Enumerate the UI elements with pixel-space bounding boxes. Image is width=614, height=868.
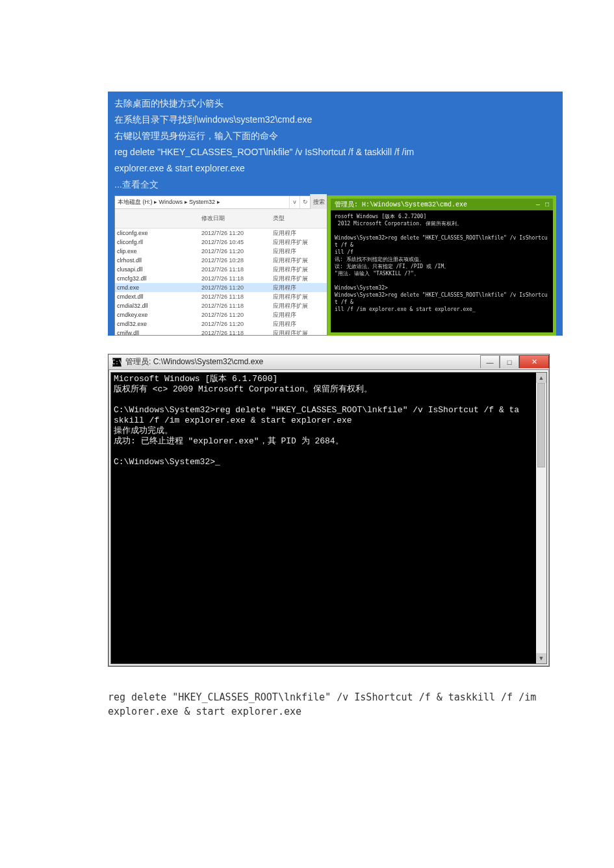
file-date: 2012/7/26 11:18 [201, 292, 273, 301]
explorer-path: 本地磁盘 (H:) ▸ Windows ▸ System32 ▸ [115, 194, 289, 210]
file-type: 应用程序 [273, 283, 325, 292]
cmd-output: Microsoft Windows [版本 6.1.7600] 版权所有 <c>… [111, 373, 536, 663]
file-name: clrhost.dll [117, 256, 201, 265]
cmd-minimize-button[interactable]: — [480, 355, 500, 368]
file-date: 2012/7/26 11:18 [201, 265, 273, 274]
file-name: cliconfg.exe [117, 229, 201, 238]
file-type: 应用程序扩展 [273, 256, 325, 265]
mini-cmd-output: rosoft Windows [版本 6.2.7200] 2012 Micros… [331, 210, 553, 316]
file-date: 2012/7/26 11:20 [201, 310, 273, 319]
scroll-track[interactable] [536, 383, 546, 653]
file-date: 2012/7/26 11:18 [201, 301, 273, 310]
file-row[interactable]: cmdkey.exe2012/7/26 11:20应用程序 [115, 310, 327, 319]
instruction-line: 右键以管理员身份运行，输入下面的命令 [114, 128, 556, 144]
file-name: cmdkey.exe [117, 310, 201, 319]
column-date-header[interactable]: 修改日期 [201, 210, 273, 227]
file-date: 2012/7/26 10:28 [201, 256, 273, 265]
cmd-title: 管理员: C:\Windows\System32\cmd.exe [125, 356, 263, 367]
read-more-link[interactable]: ...查看全文 [114, 177, 556, 193]
file-type: 应用程序扩展 [273, 265, 325, 274]
file-type: 应用程序扩展 [273, 274, 325, 283]
file-type: 应用程序扩展 [273, 329, 325, 335]
file-date: 2012/7/26 11:18 [201, 274, 273, 283]
file-name: cliconfg.rll [117, 238, 201, 247]
file-row[interactable]: cmd.exe2012/7/26 11:20应用程序 [115, 283, 327, 292]
file-name: cmdext.dll [117, 292, 201, 301]
file-row[interactable]: cmifw.dll2012/7/26 11:18应用程序扩展 [115, 329, 327, 335]
file-explorer: 本地磁盘 (H:) ▸ Windows ▸ System32 ▸ v ↻ 搜索 … [114, 195, 327, 336]
file-type: 应用程序扩展 [273, 301, 325, 310]
file-name: clip.exe [117, 247, 201, 256]
explorer-address-bar[interactable]: 本地磁盘 (H:) ▸ Windows ▸ System32 ▸ v ↻ 搜索 [115, 196, 327, 209]
file-row[interactable]: clrhost.dll2012/7/26 10:28应用程序扩展 [115, 256, 327, 265]
bottom-command-text: reg delete "HKEY_CLASSES_ROOT\lnkfile" /… [108, 690, 550, 719]
document-page: 去除桌面的快捷方式小箭头 在系统目录下寻找到\windows\system32\… [0, 0, 614, 868]
file-name: cmd.exe [117, 283, 201, 292]
cmd-scrollbar[interactable]: ▲ ▼ [536, 373, 546, 663]
cmd-icon: C:\ [112, 358, 122, 367]
scroll-up-button[interactable]: ▲ [536, 373, 546, 383]
scroll-thumb[interactable] [537, 383, 545, 467]
cmd-close-button[interactable]: ✕ [519, 355, 549, 368]
embedded-screenshot-row: 本地磁盘 (H:) ▸ Windows ▸ System32 ▸ v ↻ 搜索 … [114, 195, 556, 336]
file-name: cmcfg32.dll [117, 274, 201, 283]
file-type: 应用程序扩展 [273, 292, 325, 301]
cmd-maximize-button[interactable]: □ [500, 355, 519, 368]
instruction-panel: 去除桌面的快捷方式小箭头 在系统目录下寻找到\windows\system32\… [108, 92, 563, 336]
cmd-inner: Microsoft Windows [版本 6.1.7600] 版权所有 <c>… [110, 372, 547, 664]
scroll-down-button[interactable]: ▼ [536, 653, 546, 663]
bottom-line1: reg delete "HKEY_CLASSES_ROOT\lnkfile" /… [108, 690, 550, 704]
instruction-line: 在系统目录下寻找到\windows\system32\cmd.exe [114, 112, 556, 128]
column-type-header[interactable]: 类型 [273, 210, 325, 227]
explorer-search-button[interactable]: 搜索 [310, 194, 327, 210]
explorer-rows: cliconfg.exe2012/7/26 11:20应用程序cliconfg.… [115, 229, 327, 335]
file-date: 2012/7/26 11:20 [201, 229, 273, 238]
file-row[interactable]: cliconfg.rll2012/7/26 10:45应用程序扩展 [115, 238, 327, 247]
file-date: 2012/7/26 11:20 [201, 319, 273, 329]
file-type: 应用程序 [273, 310, 325, 319]
file-name: clusapi.dll [117, 265, 201, 274]
file-row[interactable]: clip.exe2012/7/26 11:20应用程序 [115, 247, 327, 256]
mini-cmd-window: 管理员: H:\Windows\System32\cmd.exe — □ ros… [327, 195, 556, 336]
file-type: 应用程序 [273, 319, 325, 329]
file-type: 应用程序扩展 [273, 238, 325, 247]
explorer-refresh[interactable]: ↻ [300, 196, 310, 208]
column-name-header[interactable] [117, 210, 201, 227]
file-name: cmdial32.dll [117, 301, 201, 310]
file-row[interactable]: clusapi.dll2012/7/26 11:18应用程序扩展 [115, 265, 327, 274]
instruction-command-b: explorer.exe & start explorer.exe [114, 160, 556, 177]
instruction-command-a: reg delete "HKEY_CLASSES_ROOT\lnkfile" /… [114, 144, 556, 160]
file-name: cmifw.dll [117, 329, 201, 335]
file-row[interactable]: cliconfg.exe2012/7/26 11:20应用程序 [115, 229, 327, 238]
mini-cmd-titlebar[interactable]: 管理员: H:\Windows\System32\cmd.exe — □ [331, 199, 553, 210]
instruction-heading: 去除桌面的快捷方式小箭头 [114, 95, 556, 112]
file-date: 2012/7/26 11:20 [201, 247, 273, 256]
explorer-column-headers[interactable]: 修改日期 类型 [115, 209, 327, 229]
file-date: 2012/7/26 11:18 [201, 329, 273, 335]
explorer-dropdown[interactable]: v [289, 196, 300, 208]
file-row[interactable]: cmcfg32.dll2012/7/26 11:18应用程序扩展 [115, 274, 327, 283]
file-type: 应用程序 [273, 229, 325, 238]
file-row[interactable]: cmdl32.exe2012/7/26 11:20应用程序 [115, 319, 327, 329]
cmd-window: C:\ 管理员: C:\Windows\System32\cmd.exe — □… [108, 354, 550, 667]
file-row[interactable]: cmdial32.dll2012/7/26 11:18应用程序扩展 [115, 301, 327, 310]
cmd-titlebar[interactable]: C:\ 管理员: C:\Windows\System32\cmd.exe — □… [109, 354, 549, 370]
file-type: 应用程序 [273, 247, 325, 256]
file-row[interactable]: cmdext.dll2012/7/26 11:18应用程序扩展 [115, 292, 327, 301]
file-date: 2012/7/26 10:45 [201, 238, 273, 247]
file-date: 2012/7/26 11:20 [201, 283, 273, 292]
file-name: cmdl32.exe [117, 319, 201, 329]
bottom-line2: explorer.exe & start explorer.exe [108, 704, 550, 719]
